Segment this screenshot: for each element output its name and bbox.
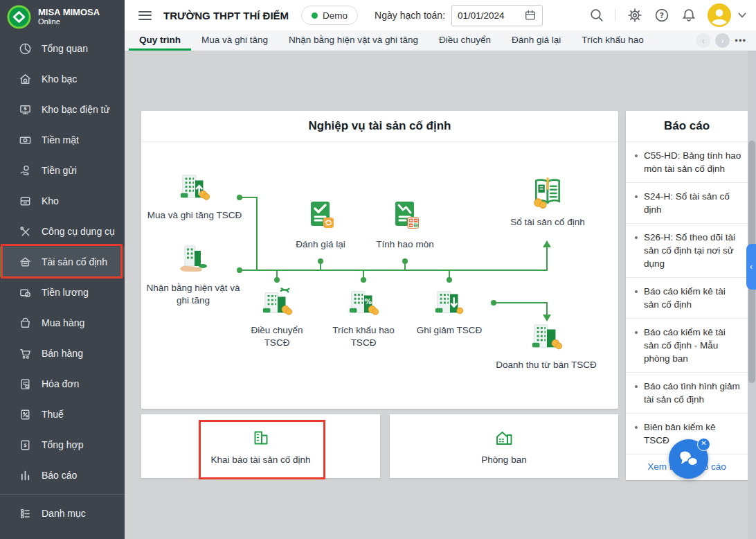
flow-node-tinh-hao-mon[interactable]: Tính hao mòn [363, 199, 447, 251]
sidebar-item-kho[interactable]: Kho [0, 186, 125, 216]
chat-bubbles-icon [678, 448, 700, 470]
tabs-scroll-right-button[interactable]: › [715, 33, 730, 48]
sidebar-item-label: Tổng hợp [42, 439, 84, 450]
building-arrow-down-icon [433, 286, 465, 318]
document-chart-calculator-icon [388, 199, 422, 232]
sidebar: MISA MIMOSA Online Tổng quan Kho bạc $ K… [0, 0, 125, 539]
vertical-scrollbar[interactable] [748, 51, 756, 539]
tab-dieu-chuyen[interactable]: Điều chuyển [429, 30, 501, 51]
hand-coin-icon [19, 164, 32, 177]
shopping-bag-icon [19, 317, 32, 330]
monitor-dollar-icon: $ [19, 103, 32, 116]
sidebar-item-label: Tổng quan [42, 43, 88, 54]
flow-node-label: Doanh thu từ bán TSCĐ [496, 359, 596, 371]
posting-date-input[interactable]: 01/01/2024 [451, 5, 543, 26]
shortcut-phong-ban[interactable]: Phòng ban [390, 414, 618, 478]
sidebar-item-mua-hang[interactable]: Mua hàng [0, 308, 125, 338]
report-item[interactable]: Báo cáo tình hình giảm tài sản cố định [626, 373, 748, 414]
hamburger-menu-icon[interactable] [138, 8, 152, 22]
report-panel-title: Báo cáo [626, 111, 748, 142]
report-item[interactable]: S24-H: Sổ tài sản cố định [626, 183, 748, 224]
chevron-down-icon[interactable] [737, 10, 748, 21]
sidebar-item-danh-muc[interactable]: Danh mục [0, 498, 125, 529]
sidebar-item-tong-quan[interactable]: Tổng quan [0, 33, 125, 64]
flow-node-ghi-giam[interactable]: Ghi giảm TSCĐ [404, 286, 494, 337]
building-percent-icon: % [348, 286, 379, 318]
report-item[interactable]: C55-HD: Bảng tính hao mòn tài sản cố địn… [626, 142, 748, 183]
sidebar-item-label: Thuế [42, 409, 64, 420]
sidebar-item-hoa-don[interactable]: Hóa đơn [0, 369, 125, 399]
sidebar-item-bao-cao[interactable]: Báo cáo [0, 460, 125, 491]
sidebar-item-label: Kho bạc [42, 73, 77, 85]
calendar-icon[interactable] [524, 9, 537, 21]
tab-trich-khau-hao[interactable]: Trích khấu hao [571, 30, 654, 51]
tabs-more-button[interactable]: ••• [735, 35, 746, 46]
sidebar-item-kho-bac[interactable]: Kho bạc [0, 64, 125, 94]
sidebar-item-label: Kho bạc điện tử [42, 104, 110, 115]
sidebar-item-label: Tài sản cố định [42, 256, 107, 267]
declare-asset-icon [251, 428, 271, 448]
drawer-icon [19, 195, 32, 208]
report-item[interactable]: S26-H: Sổ theo dõi tài sản cố định tại n… [626, 224, 748, 278]
flow-node-danh-gia-lai[interactable]: Đánh giá lại [278, 199, 363, 251]
svg-text:$: $ [24, 441, 27, 448]
sidebar-item-tien-mat[interactable]: Tiền mặt [0, 125, 125, 155]
flow-node-label: Tính hao mòn [376, 238, 433, 251]
sidebar-item-label: Danh mục [42, 508, 86, 519]
demo-status-dot [312, 12, 318, 19]
svg-text:%: % [364, 297, 372, 306]
sidebar-item-tien-gui[interactable]: Tiền gửi [0, 155, 125, 186]
report-item[interactable]: Báo cáo kiểm kê tài sản cố định - Mẫu ph… [626, 319, 748, 373]
categories-icon [19, 507, 32, 520]
flow-node-so-tai-san-co-dinh[interactable]: Sổ tài sản cố định [496, 175, 600, 229]
sidebar-item-label: Tiền mặt [42, 134, 79, 145]
top-header: TRƯỜNG THPT THÍ ĐIỂM Demo Ngày hạch toán… [125, 0, 756, 31]
hand-building-icon [177, 242, 210, 276]
brand-name: MISA MIMOSA [38, 7, 100, 17]
flow-node-doanh-thu-tu-ban[interactable]: Doanh thu từ bán TSCĐ [494, 321, 598, 371]
flow-node-mua-va-ghi-tang[interactable]: Mua và ghi tăng TSCĐ [143, 171, 246, 222]
sidebar-item-label: Tiền lương [42, 287, 89, 298]
sidebar-item-label: Báo cáo [42, 470, 77, 481]
svg-text:$: $ [24, 105, 27, 112]
tabs-scroll-left-button[interactable]: ‹ [696, 33, 710, 48]
help-icon[interactable]: ? [654, 8, 669, 23]
sidebar-item-label: Công cụ dụng cụ [42, 226, 115, 237]
search-icon[interactable] [589, 8, 604, 23]
sidebar-item-label: Bán hàng [42, 348, 83, 359]
tab-nhan-bang-hien-vat[interactable]: Nhận bằng hiện vật và ghi tăng [278, 30, 429, 51]
salary-icon [19, 286, 32, 299]
sidebar-item-tong-hop[interactable]: $ Tổng hợp [0, 430, 125, 460]
sidebar-item-kho-bac-dien-tu[interactable]: $ Kho bạc điện tử [0, 94, 125, 125]
flow-node-label: Trích khấu hao TSCĐ [320, 324, 407, 349]
shortcut-khai-bao-tscd[interactable]: Khai báo tài sản cố định [141, 414, 380, 478]
shortcut-label: Phòng ban [481, 454, 526, 465]
flow-node-dieu-chuyen[interactable]: Điều chuyển TSCĐ [238, 286, 316, 349]
tax-percent-icon [19, 408, 32, 421]
flow-node-nhan-bang-hien-vat[interactable]: Nhận bằng hiện vật và ghi tăng [141, 242, 245, 307]
brand[interactable]: MISA MIMOSA Online [0, 0, 125, 33]
user-avatar[interactable] [708, 3, 731, 27]
sidebar-item-cong-cu-dung-cu[interactable]: Công cụ dụng cụ [0, 216, 125, 247]
building-coins-icon [530, 321, 562, 353]
tab-danh-gia-lai[interactable]: Đánh giá lại [501, 30, 571, 51]
shortcut-label: Khai báo tài sản cố định [210, 454, 310, 465]
sidebar-divider [0, 494, 125, 495]
report-item[interactable]: Báo cáo kiểm kê tài sản cố định [626, 278, 748, 319]
collapse-panel-handle[interactable]: ‹ [746, 244, 756, 290]
sidebar-item-tai-san-co-dinh[interactable]: Tài sản cố định [0, 247, 125, 277]
posting-date-label: Ngày hạch toán: [375, 10, 445, 21]
tab-mua-va-ghi-tang[interactable]: Mua và ghi tăng [191, 30, 278, 51]
tab-quy-trinh[interactable]: Quy trình [129, 30, 191, 51]
sidebar-item-partial[interactable] [0, 529, 125, 539]
sidebar-item-tien-luong[interactable]: Tiền lương [0, 277, 125, 308]
ledger-icon: $ [19, 439, 32, 452]
fixed-asset-icon [19, 256, 32, 269]
bar-chart-icon [19, 469, 32, 482]
sidebar-item-ban-hang[interactable]: Bán hàng [0, 338, 125, 369]
flow-node-trich-khau-hao[interactable]: % Trích khấu hao TSCĐ [320, 286, 407, 349]
settings-gear-icon[interactable] [627, 8, 642, 23]
chat-close-icon[interactable]: ✕ [697, 438, 710, 451]
notifications-bell-icon[interactable] [681, 8, 696, 23]
sidebar-item-thue[interactable]: Thuế [0, 399, 125, 430]
